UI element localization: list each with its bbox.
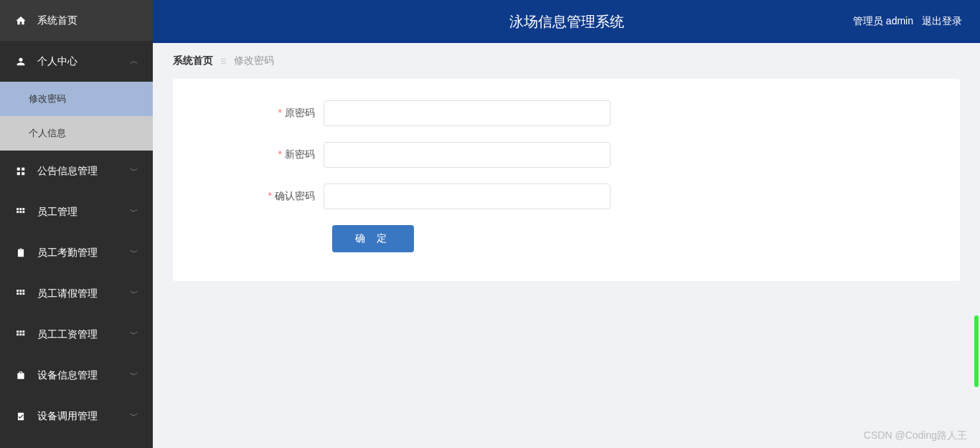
svg-rect-8 [19,211,22,213]
sidebar-item-label: 员工管理 [37,206,130,219]
sidebar-item-personal[interactable]: 个人中心 ︿ [0,41,153,82]
svg-rect-11 [19,290,22,292]
old-password-input[interactable] [324,100,611,126]
sidebar-item-label: 员工考勤管理 [37,247,130,259]
clipboard-icon [14,248,27,258]
form-row-old-password: *原密码 [202,100,931,126]
chevron-down-icon: ﹀ [130,165,138,177]
user-label[interactable]: 管理员 admin [853,15,913,28]
breadcrumb-home[interactable]: 系统首页 [173,54,213,67]
chevron-down-icon: ﹀ [130,369,138,381]
chevron-down-icon: ﹀ [130,328,138,340]
svg-rect-6 [22,208,24,210]
svg-rect-3 [22,172,24,175]
sidebar-item-label: 系统首页 [37,14,138,27]
confirm-password-input[interactable] [324,184,611,209]
svg-rect-17 [19,330,22,333]
briefcase-icon [14,371,27,381]
sidebar-item-label: 公告信息管理 [37,165,130,178]
breadcrumb: 系统首页 ☰ 修改密码 [153,43,980,79]
svg-rect-20 [19,333,22,335]
submenu-personal: 修改密码 个人信息 [0,82,153,151]
new-password-input[interactable] [324,142,611,168]
chevron-up-icon: ︿ [130,55,138,67]
sidebar-item-salary[interactable]: 员工工资管理 ﹀ [0,314,153,355]
svg-rect-4 [17,208,19,210]
svg-rect-12 [22,290,24,292]
svg-rect-15 [22,292,24,295]
new-password-label: *新密码 [202,148,324,161]
sidebar-item-equipment-usage[interactable]: 设备调用管理 ﹀ [0,396,153,437]
header-user-area: 管理员 admin 退出登录 [853,15,962,28]
submenu-item-label: 个人信息 [29,127,66,140]
home-icon [14,15,27,27]
grid-icon [14,166,27,176]
svg-rect-18 [22,330,24,333]
main-area: 泳场信息管理系统 管理员 admin 退出登录 系统首页 ☰ 修改密码 *原密码… [153,0,980,448]
breadcrumb-separator-icon: ☰ [220,57,227,65]
grid-icon [14,289,27,299]
svg-rect-5 [19,208,22,210]
svg-rect-16 [17,330,19,333]
submit-button[interactable]: 确 定 [332,225,414,252]
form-row-confirm-password: *确认密码 [202,184,931,209]
header: 泳场信息管理系统 管理员 admin 退出登录 [153,0,980,43]
svg-rect-21 [22,333,24,335]
chevron-down-icon: ﹀ [130,287,138,300]
sidebar-item-announcement[interactable]: 公告信息管理 ﹀ [0,151,153,191]
old-password-label: *原密码 [202,107,324,120]
chevron-down-icon: ﹀ [130,206,138,218]
svg-rect-2 [17,172,20,175]
sidebar-item-leave[interactable]: 员工请假管理 ﹀ [0,273,153,314]
sidebar-item-label: 员工工资管理 [37,328,130,341]
sidebar-item-label: 设备调用管理 [37,410,130,423]
form-actions: 确 定 [202,225,931,252]
svg-rect-7 [17,211,19,213]
form-row-new-password: *新密码 [202,142,931,168]
submenu-item-profile[interactable]: 个人信息 [0,116,153,151]
sidebar-item-equipment[interactable]: 设备信息管理 ﹀ [0,355,153,396]
svg-rect-19 [17,333,19,335]
grid-icon [14,207,27,217]
sidebar-item-label: 个人中心 [37,55,130,68]
sidebar-item-employee[interactable]: 员工管理 ﹀ [0,191,153,232]
sidebar-item-attendance[interactable]: 员工考勤管理 ﹀ [0,232,153,273]
submenu-item-change-password[interactable]: 修改密码 [0,82,153,116]
svg-rect-14 [19,292,22,295]
grid-icon [14,330,27,340]
sidebar: 系统首页 个人中心 ︿ 修改密码 个人信息 公告信息管理 ﹀ [0,0,153,448]
chevron-down-icon: ﹀ [130,247,138,259]
svg-rect-1 [22,167,24,170]
svg-rect-9 [22,211,24,213]
user-icon [14,56,27,67]
svg-rect-0 [17,167,20,170]
sidebar-item-label: 设备信息管理 [37,369,130,382]
sidebar-item-label: 员工请假管理 [37,287,130,300]
submenu-item-label: 修改密码 [29,92,66,105]
checklist-icon [14,411,27,421]
logout-link[interactable]: 退出登录 [922,15,962,28]
scrollbar-indicator [974,315,979,387]
sidebar-item-home[interactable]: 系统首页 [0,0,153,41]
chevron-down-icon: ﹀ [130,410,138,422]
breadcrumb-current: 修改密码 [234,54,274,67]
svg-rect-10 [17,290,19,292]
svg-rect-13 [17,292,19,295]
confirm-password-label: *确认密码 [202,190,324,203]
form-panel: *原密码 *新密码 *确认密码 确 定 [173,79,960,281]
